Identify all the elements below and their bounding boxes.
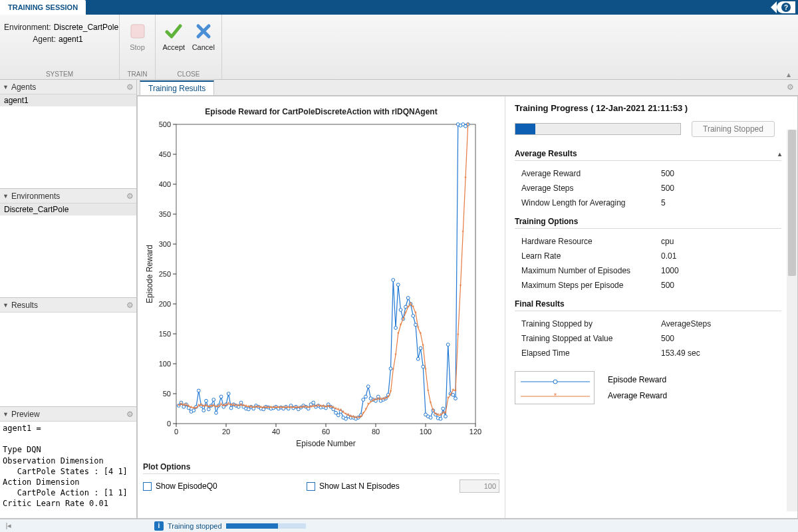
svg-point-115 [364,395,368,398]
status-bar: |◂ i Training stopped [0,519,798,532]
chart-title: Episode Reward for CartPoleDiscreteActio… [143,107,499,116]
preview-panel-header[interactable]: ▼Preview⚙ [0,407,136,422]
svg-point-275 [553,380,557,384]
document-tabs: Training Results ⚙ [137,80,798,96]
agent-value: agent1 [59,35,83,44]
cancel-icon [194,22,213,41]
svg-text:*: * [460,283,462,289]
svg-point-151 [454,397,458,400]
cancel-button[interactable]: Cancel [190,20,218,53]
svg-text:*: * [427,388,430,394]
svg-text:450: 450 [159,150,171,158]
title-bar: TRAINING SESSION ? [0,0,798,15]
last-n-input[interactable] [460,479,499,493]
svg-point-148 [446,343,450,346]
progress-bar [515,123,681,135]
gear-icon[interactable]: ⚙ [126,192,134,201]
svg-text:50: 50 [163,390,171,398]
show-episode-q0-checkbox[interactable]: Show EpisodeQ0 [143,481,303,491]
group-train-label: TRAIN [124,69,151,78]
svg-point-127 [394,327,398,330]
svg-text:*: * [467,121,469,128]
results-panel-header[interactable]: ▼Results⚙ [0,298,136,313]
svg-text:350: 350 [159,210,171,218]
svg-text:*: * [424,366,427,373]
sidebar: ▼Agents⚙ agent1 ▼Environments⚙ Discrete_… [0,80,137,519]
svg-text:*: * [397,331,400,337]
group-close-label: CLOSE [160,69,217,78]
status-text: Training stopped [168,522,222,530]
svg-text:500: 500 [159,120,171,128]
kv-row: Average Reward500 [515,166,795,181]
svg-text:*: * [430,400,432,406]
gear-icon[interactable]: ⚙ [126,410,134,419]
svg-text:60: 60 [322,428,330,436]
env-label: Environment: [4,23,51,32]
stop-button[interactable]: Stop [124,20,151,53]
svg-point-132 [406,297,410,300]
svg-text:*: * [394,352,397,358]
accept-button[interactable]: Accept [160,20,188,53]
svg-point-129 [399,309,402,312]
svg-point-48 [197,389,200,392]
help-button[interactable]: ? [777,1,795,13]
svg-text:*: * [457,332,460,338]
training-progress-panel: Training Progress ( 12-Jan-2021 21:11:53… [505,96,797,518]
svg-text:*: * [422,342,424,349]
gear-icon[interactable]: ⚙ [126,82,134,92]
agent-label: Agent: [4,35,56,44]
kv-row: Hardware Resourcecpu [515,234,795,249]
svg-text:40: 40 [272,428,280,436]
scrollbar[interactable] [787,130,797,511]
svg-text:*: * [392,366,394,373]
agent-list-item[interactable]: agent1 [0,94,136,106]
show-last-n-checkbox[interactable]: Show Last N Episodes [307,481,400,491]
svg-text:100: 100 [420,428,432,436]
progress-title: Training Progress ( 12-Jan-2021 21:11:53… [515,103,795,113]
env-list-item[interactable]: Discrete_CartPole [0,203,136,215]
gear-icon[interactable]: ⚙ [126,301,134,310]
svg-text:200: 200 [159,300,171,308]
svg-point-104 [336,414,340,417]
status-progress-bar [226,523,306,529]
kv-row: Window Length for Averaging5 [515,196,795,210]
kv-row: Average Steps500 [515,181,795,196]
svg-text:Episode Reward: Episode Reward [145,245,154,303]
svg-text:*: * [462,229,464,235]
training-status-badge: Training Stopped [692,121,775,137]
gear-icon[interactable]: ⚙ [787,82,794,92]
svg-rect-0 [131,25,144,38]
tab-training-results[interactable]: Training Results [140,80,214,95]
info-icon: i [154,521,164,531]
svg-point-141 [429,416,432,420]
svg-point-126 [392,279,395,282]
env-value: Discrete_CartPole [54,23,118,32]
svg-text:*: * [420,331,422,337]
environments-panel-header[interactable]: ▼Environments⚙ [0,189,136,203]
plot-options-heading: Plot Options [143,462,499,474]
toolstrip: Environment:Discrete_CartPole Agent:agen… [0,15,798,80]
svg-text:*: * [454,388,457,394]
session-tab[interactable]: TRAINING SESSION [0,0,86,15]
svg-text:*: * [400,322,402,329]
svg-text:*: * [404,310,407,317]
svg-point-54 [212,398,215,402]
kv-row: Learn Rate0.01 [515,249,795,263]
stop-icon [128,22,147,41]
svg-text:*: * [390,388,392,395]
svg-point-114 [362,398,365,402]
svg-text:20: 20 [222,428,230,436]
toolstrip-collapse-icon[interactable]: ▴ [783,71,794,78]
check-icon [164,22,183,41]
agents-panel-header[interactable]: ▼Agents⚙ [0,80,136,94]
svg-point-136 [416,357,420,360]
svg-point-60 [227,392,230,396]
nav-back-icon[interactable]: |◂ [4,521,13,530]
svg-text:*: * [444,410,447,416]
svg-text:0: 0 [174,428,178,436]
svg-text:Episode Number: Episode Number [296,439,355,448]
svg-text:100: 100 [159,360,171,368]
svg-point-57 [219,395,223,398]
svg-rect-1 [176,124,475,424]
legend-label: Average Reward [608,391,667,400]
